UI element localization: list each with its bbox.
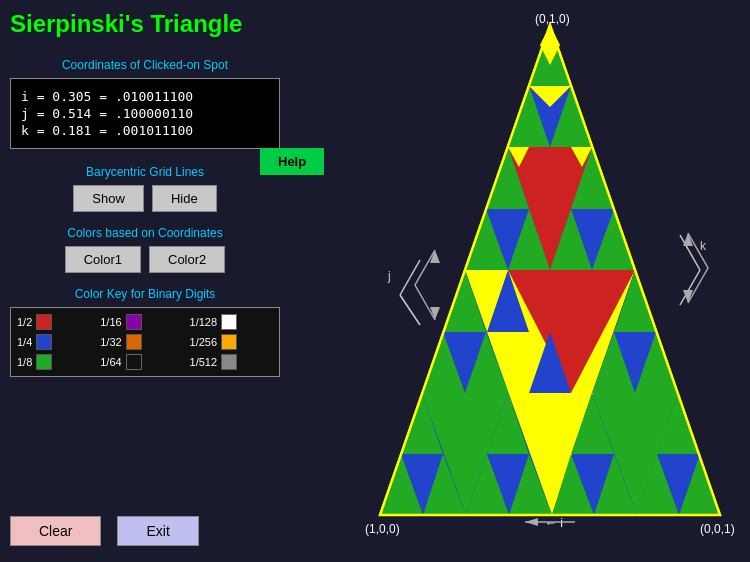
svg-text:(1,0,0): (1,0,0) (365, 522, 400, 536)
coord-j: j = 0.514 = .100000110 (21, 106, 269, 121)
clear-button[interactable]: Clear (10, 516, 101, 546)
svg-text:(0,1,0): (0,1,0) (535, 12, 570, 26)
coord-i: i = 0.305 = .010011100 (21, 89, 269, 104)
color-key-item: 1/256 (190, 334, 273, 350)
color-key-item: 1/2 (17, 314, 88, 330)
color-key-item: 1/8 (17, 354, 88, 370)
color-key-item: 1/128 (190, 314, 273, 330)
svg-text:(0,0,1): (0,0,1) (700, 522, 735, 536)
color1-button[interactable]: Color1 (65, 246, 141, 273)
coord-k: k = 0.181 = .001011100 (21, 123, 269, 138)
color-key-item: 1/64 (100, 354, 177, 370)
color-key-item: 1/32 (100, 334, 177, 350)
help-button[interactable]: Help (260, 148, 324, 175)
colors-label: Colors based on Coordinates (10, 226, 280, 240)
page-title: Sierpinski's Triangle (10, 10, 280, 38)
exit-button[interactable]: Exit (117, 516, 198, 546)
color-key-item: 1/16 (100, 314, 177, 330)
barycentric-label: Barycentric Grid Lines (10, 165, 280, 179)
svg-text:j: j (387, 269, 391, 283)
coords-label: Coordinates of Clicked-on Spot (10, 58, 280, 72)
svg-text:k: k (700, 239, 707, 253)
color-key-label: Color Key for Binary Digits (10, 287, 280, 301)
svg-marker-70 (525, 518, 538, 526)
color-key-item: 1/512 (190, 354, 273, 370)
svg-text:← i: ← i (545, 516, 563, 530)
triangle-display[interactable]: .tri-yellow { fill: #ffff00; } .tri-gree… (360, 10, 740, 540)
svg-line-61 (400, 295, 420, 325)
color2-button[interactable]: Color2 (149, 246, 225, 273)
hide-button[interactable]: Hide (152, 185, 217, 212)
color-key-item: 1/4 (17, 334, 88, 350)
show-button[interactable]: Show (73, 185, 144, 212)
